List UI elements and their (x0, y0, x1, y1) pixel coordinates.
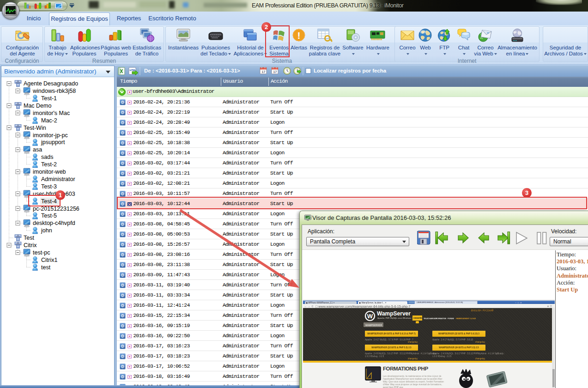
svg-text:17: 17 (261, 70, 265, 74)
svg-text:asa: asa (33, 146, 42, 153)
svg-text:Mac-2: Mac-2 (41, 117, 57, 124)
svg-text:desktop-c4hvpfd: desktop-c4hvpfd (33, 220, 75, 226)
svg-text:imonitor-web: imonitor-web (33, 169, 66, 175)
svg-text:test: test (41, 264, 51, 271)
svg-text:17: 17 (273, 70, 277, 74)
svg-text:Test-2: Test-2 (41, 161, 57, 168)
svg-text:imonitor's Mac: imonitor's Mac (33, 110, 70, 116)
svg-text:Administrator: Administrator (41, 176, 75, 182)
svg-text:HTM: HTM (130, 69, 135, 72)
svg-text:imonitor-jp-pc: imonitor-jp-pc (33, 132, 68, 139)
svg-text:Test-3: Test-3 (41, 183, 57, 190)
svg-text:pc-201512231256: pc-201512231256 (33, 206, 79, 212)
svg-text:Citrix1: Citrix1 (41, 257, 57, 263)
svg-text:user-bfrdhhe603: user-bfrdhhe603 (33, 191, 75, 197)
svg-text:Test: Test (24, 235, 34, 241)
svg-text:Test-Win: Test-Win (24, 125, 46, 131)
svg-text:W: W (367, 313, 373, 320)
svg-text:Mac Demo: Mac Demo (24, 103, 51, 109)
svg-text:test-pc: test-pc (33, 249, 50, 256)
svg-text:Test-5: Test-5 (41, 212, 57, 219)
svg-text:Agente Desagrupado: Agente Desagrupado (24, 80, 78, 87)
svg-text:windows-rbk3j58: windows-rbk3j58 (32, 88, 76, 94)
svg-text:Test-4: Test-4 (41, 198, 57, 205)
svg-text:Citrix: Citrix (24, 242, 37, 249)
svg-text:john: john (41, 227, 52, 234)
svg-text:!: ! (297, 30, 301, 41)
svg-text:jpsupport: jpsupport (41, 139, 65, 146)
svg-text:Test-1: Test-1 (41, 95, 57, 102)
svg-text:sads: sads (41, 154, 53, 160)
